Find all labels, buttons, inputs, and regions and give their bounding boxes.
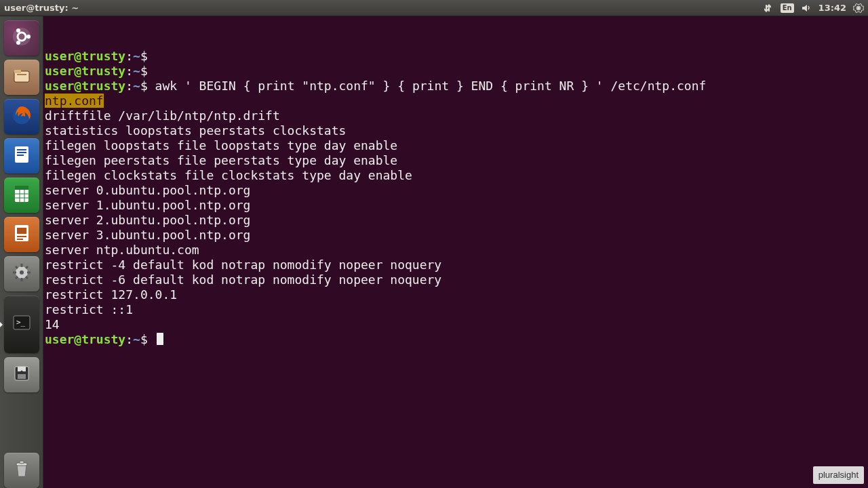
prompt-path: ~ <box>133 49 140 63</box>
prompt-path: ~ <box>133 79 140 93</box>
launcher-impress[interactable] <box>4 217 39 252</box>
output-text: server 3.ubuntu.pool.ntp.org <box>45 228 250 242</box>
output-text: restrict -6 default kod notrap nomodify … <box>45 272 441 287</box>
svg-point-39 <box>20 371 22 373</box>
output-text: restrict ::1 <box>45 302 133 317</box>
terminal-line: restrict ::1 <box>45 302 867 317</box>
svg-point-5 <box>16 41 20 45</box>
svg-rect-38 <box>18 374 26 379</box>
prompt-user: user@trusty <box>45 332 125 346</box>
save-icon <box>10 362 33 388</box>
launcher-settings[interactable] <box>4 256 39 291</box>
output-text: filegen peerstats file peerstats type da… <box>45 153 397 167</box>
launcher-terminal[interactable]: >_ <box>4 296 39 353</box>
session-gear-icon[interactable] <box>853 3 864 14</box>
window-title: user@trusty: ~ <box>4 3 79 13</box>
cursor <box>157 333 163 345</box>
prompt-user: user@trusty <box>45 49 125 63</box>
prompt-user: user@trusty <box>45 79 125 93</box>
terminal-line: user@trusty:~$ <box>45 64 867 79</box>
keyboard-layout-indicator[interactable]: En <box>781 3 794 13</box>
terminal-icon: >_ <box>10 311 33 338</box>
terminal-line: ntp.conf <box>45 94 867 108</box>
terminal-line: 14 <box>45 317 867 332</box>
svg-rect-21 <box>17 228 26 234</box>
firefox-icon <box>10 104 33 129</box>
terminal-line: filegen loopstats file loopstats type da… <box>45 138 867 153</box>
svg-point-0 <box>857 6 860 9</box>
output-text: restrict 127.0.0.1 <box>45 287 177 302</box>
launcher-writer[interactable] <box>4 138 39 174</box>
svg-line-32 <box>26 266 28 268</box>
terminal-line: filegen clockstats file clockstats type … <box>45 168 867 183</box>
terminal-line: user@trusty:~$ awk ' BEGIN { print "ntp.… <box>45 79 867 94</box>
svg-rect-12 <box>17 152 26 153</box>
watermark: pluralsight <box>813 466 864 484</box>
terminal-line: statistics loopstats peerstats clockstat… <box>45 123 867 138</box>
output-text: server 1.ubuntu.pool.ntp.org <box>45 198 250 212</box>
unity-launcher: >_ <box>0 16 43 488</box>
svg-rect-7 <box>14 70 21 73</box>
terminal[interactable]: user@trusty:~$ user@trusty:~$ user@trust… <box>43 16 868 488</box>
clock[interactable]: 13:42 <box>818 3 846 13</box>
output-text: filegen loopstats file loopstats type da… <box>45 138 397 152</box>
output-text: server 2.ubuntu.pool.ntp.org <box>45 213 250 227</box>
terminal-line: server ntp.ubuntu.com <box>45 243 867 258</box>
terminal-line: filegen peerstats file peerstats type da… <box>45 153 867 168</box>
output-text: statistics loopstats peerstats clockstat… <box>45 123 346 138</box>
svg-point-3 <box>26 35 31 39</box>
output-text: server 0.ubuntu.pool.ntp.org <box>45 183 250 197</box>
launcher-calc[interactable] <box>4 178 39 213</box>
prompt-path: ~ <box>133 332 140 346</box>
svg-line-30 <box>16 266 18 268</box>
terminal-line: server 1.ubuntu.pool.ntp.org <box>45 198 867 213</box>
svg-rect-8 <box>17 74 26 75</box>
output-text: driftfile /var/lib/ntp/ntp.drift <box>45 108 280 123</box>
svg-rect-11 <box>17 149 26 150</box>
terminal-line: user@trusty:~$ <box>45 49 867 64</box>
trash-icon <box>10 458 33 483</box>
settings-icon <box>10 261 33 287</box>
terminal-line: driftfile /var/lib/ntp/ntp.drift <box>45 108 867 123</box>
files-icon <box>10 64 33 90</box>
svg-rect-22 <box>17 236 26 237</box>
prompt-path: ~ <box>133 64 140 78</box>
ubuntu-icon <box>10 25 33 51</box>
terminal-line: server 2.ubuntu.pool.ntp.org <box>45 213 867 228</box>
svg-line-33 <box>16 277 18 279</box>
calc-icon <box>10 182 33 208</box>
terminal-line: server 3.ubuntu.pool.ntp.org <box>45 228 867 243</box>
top-panel: user@trusty: ~ En 13:42 <box>0 0 868 16</box>
output-highlight: ntp.conf <box>45 94 104 108</box>
launcher-firefox[interactable] <box>4 99 39 134</box>
svg-point-4 <box>16 28 20 33</box>
svg-point-25 <box>20 270 24 274</box>
terminal-line: restrict -4 default kod notrap nomodify … <box>45 258 867 272</box>
output-text: filegen clockstats file clockstats type … <box>45 168 412 182</box>
command-text: awk ' BEGIN { print "ntp.conf" } { print… <box>155 79 707 93</box>
writer-icon <box>10 143 33 169</box>
svg-rect-15 <box>15 186 28 190</box>
terminal-line: user@trusty:~$ <box>45 332 867 347</box>
network-icon[interactable] <box>763 3 774 14</box>
launcher-save-media[interactable] <box>4 357 39 392</box>
terminal-line: restrict 127.0.0.1 <box>45 287 867 302</box>
prompt-user: user@trusty <box>45 64 125 78</box>
svg-rect-23 <box>17 239 23 240</box>
svg-line-31 <box>26 277 28 279</box>
launcher-trash[interactable] <box>4 453 39 488</box>
terminal-line: server 0.ubuntu.pool.ntp.org <box>45 183 867 198</box>
launcher-files[interactable] <box>4 60 39 95</box>
svg-rect-41 <box>20 461 24 464</box>
output-text: restrict -4 default kod notrap nomodify … <box>45 258 441 272</box>
impress-icon <box>10 222 33 247</box>
sound-icon[interactable] <box>801 3 812 14</box>
launcher-ubuntu-dash[interactable] <box>4 20 39 56</box>
terminal-line: restrict -6 default kod notrap nomodify … <box>45 272 867 287</box>
output-text: 14 <box>45 317 60 331</box>
svg-text:>_: >_ <box>16 318 26 327</box>
output-text: server ntp.ubuntu.com <box>45 243 199 257</box>
svg-rect-13 <box>17 155 24 156</box>
